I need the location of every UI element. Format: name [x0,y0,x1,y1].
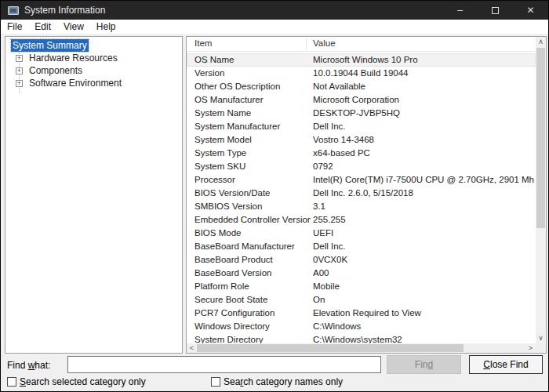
search-category-names-option: Search category names only [211,376,343,387]
item-cell: System Model [195,133,311,147]
item-cell: Windows Directory [195,320,311,333]
item-cell: Processor [195,173,311,187]
column-header-value[interactable]: Value [313,38,336,48]
value-cell: Microsoft Corporation [313,93,534,107]
table-row[interactable]: Windows DirectoryC:\Windows [187,320,536,333]
item-cell: BIOS Mode [195,227,311,240]
value-cell: Intel(R) Core(TM) i7-7500U CPU @ 2.70GHz… [313,173,534,187]
window-controls: – ✕ [442,1,548,20]
table-row[interactable]: Secure Boot StateOn [187,293,536,307]
scroll-down-icon[interactable]: ∨ [536,333,546,343]
scroll-up-icon[interactable]: ∧ [536,37,546,47]
table-rows: OS NameMicrosoft Windows 10 ProVersion10… [187,53,536,347]
search-selected-category-checkbox[interactable] [7,377,16,387]
item-cell: BIOS Version/Date [195,187,311,200]
table-row[interactable]: BaseBoard Product0VCX0K [187,253,536,267]
tree-item[interactable]: +Software Environment [5,77,182,89]
find-input[interactable] [67,356,381,373]
table-row[interactable]: PCR7 ConfigurationElevation Required to … [187,307,536,320]
value-cell: Elevation Required to View [313,307,534,320]
find-button[interactable]: Find [387,355,461,374]
table-row[interactable]: BaseBoard VersionA00 [187,267,536,280]
table-row[interactable]: OS ManufacturerMicrosoft Corporation [187,93,536,107]
value-cell: 255.255 [313,213,534,227]
value-cell: 10.0.19044 Build 19044 [313,67,534,80]
value-cell: Not Available [313,80,534,93]
table-row[interactable]: OS NameMicrosoft Windows 10 Pro [187,53,536,67]
tree-item[interactable]: +Components [5,64,182,77]
horizontal-scrollbar-thumb[interactable] [197,344,464,352]
table-row[interactable]: System ModelVostro 14-3468 [187,133,536,147]
value-cell: Dell Inc. [313,240,534,253]
menu-help[interactable]: Help [90,20,122,34]
table-row[interactable]: SMBIOS Version3.1 [187,200,536,213]
value-cell: 0792 [313,160,534,173]
column-header-item[interactable]: Item [195,38,212,48]
maximize-icon [492,7,499,14]
item-cell: Embedded Controller Version [195,213,311,227]
tree-item-label: Software Environment [27,77,123,89]
system-information-window: System Information – ✕ File Edit View He… [0,0,549,392]
tree-item[interactable]: +Hardware Resources [5,52,182,64]
window-title: System Information [24,5,105,16]
search-category-names-checkbox[interactable] [211,377,220,387]
expand-plus-icon[interactable]: + [16,80,23,87]
tree-item-label: System Summary [11,39,89,52]
item-cell: BaseBoard Manufacturer [195,240,311,253]
scroll-right-icon[interactable]: > [525,343,536,354]
value-cell: 3.1 [313,200,534,213]
value-cell: Dell Inc. [313,120,534,133]
find-what-label: Find what: [7,360,50,371]
item-cell: Secure Boot State [195,293,311,307]
category-tree-pane: System Summary+Hardware Resources+Compon… [5,36,183,354]
item-cell: Version [195,67,311,80]
item-cell: Platform Role [195,280,311,293]
table-row[interactable]: BIOS Version/DateDell Inc. 2.6.0, 5/15/2… [187,187,536,200]
vertical-scrollbar-thumb[interactable] [536,48,545,228]
table-row[interactable]: BaseBoard ManufacturerDell Inc. [187,240,536,253]
value-cell: Mobile [313,280,534,293]
close-find-button[interactable]: Close Find [469,355,543,374]
maximize-button[interactable] [478,1,513,20]
value-cell: On [313,293,534,307]
item-cell: PCR7 Configuration [195,307,311,320]
table-row[interactable]: Embedded Controller Version255.255 [187,213,536,227]
item-cell: System SKU [195,160,311,173]
value-cell: Dell Inc. 2.6.0, 5/15/2018 [313,187,534,200]
minimize-icon: – [457,5,463,16]
item-cell: OS Manufacturer [195,93,311,107]
scroll-left-icon[interactable]: < [187,343,197,354]
minimize-button[interactable]: – [442,1,478,20]
item-cell: System Name [195,107,311,120]
menu-edit[interactable]: Edit [28,20,57,34]
vertical-scrollbar[interactable]: ∧ ∨ [536,37,546,343]
horizontal-scrollbar[interactable]: < > [187,343,536,353]
expand-plus-icon[interactable]: + [16,55,23,62]
close-button[interactable]: ✕ [513,1,548,20]
table-row[interactable]: Other OS DescriptionNot Available [187,80,536,93]
table-row[interactable]: Platform RoleMobile [187,280,536,293]
tree-item[interactable]: System Summary [5,39,182,52]
table-row[interactable]: Version10.0.19044 Build 19044 [187,67,536,80]
table-row[interactable]: System NameDESKTOP-JVBP5HQ [187,107,536,120]
close-icon: ✕ [526,5,534,16]
table-row[interactable]: System ManufacturerDell Inc. [187,120,536,133]
table-row[interactable]: ProcessorIntel(R) Core(TM) i7-7500U CPU … [187,173,536,187]
menu-file[interactable]: File [1,20,28,34]
search-selected-category-label: Search selected category only [20,376,146,387]
item-cell: SMBIOS Version [195,200,311,213]
search-category-names-label: Search category names only [224,376,343,387]
table-row[interactable]: System SKU0792 [187,160,536,173]
tree: System Summary+Hardware Resources+Compon… [5,37,182,89]
column-divider[interactable] [306,38,307,50]
value-cell: Vostro 14-3468 [313,133,534,147]
menu-view[interactable]: View [57,20,90,34]
table-row[interactable]: System Typex64-based PC [187,147,536,160]
value-cell: C:\Windows [313,320,534,333]
table-row[interactable]: BIOS ModeUEFI [187,227,536,240]
table-header: Item Value [187,37,536,52]
app-icon [8,6,19,15]
expand-plus-icon[interactable]: + [16,67,23,74]
value-cell: 0VCX0K [313,253,534,267]
scrollbar-corner [536,343,546,353]
